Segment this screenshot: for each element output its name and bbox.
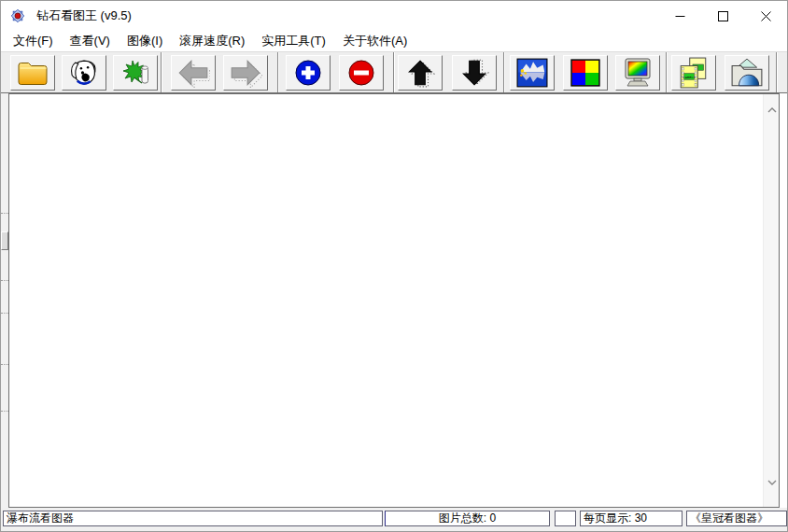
app-window: 钻石看图王 (v9.5) 文件(F) 查看(V) 图像(I) 滚屏速度 bbox=[0, 0, 788, 532]
toolbar-separator bbox=[776, 52, 778, 92]
photo-view-icon bbox=[516, 58, 548, 88]
toolbar-button-zoom-in[interactable] bbox=[286, 55, 331, 91]
monitor-colors-icon bbox=[622, 58, 654, 88]
image-viewer-area bbox=[8, 93, 780, 508]
labels-icon-text: LABELS bbox=[682, 76, 696, 79]
toolbar-button-page-up[interactable] bbox=[398, 55, 443, 91]
status-brand: 《皇冠看图器》 bbox=[686, 511, 787, 526]
diamond-star-icon bbox=[10, 8, 25, 23]
window-title: 钻石看图王 (v9.5) bbox=[36, 1, 132, 31]
menu-view[interactable]: 查看(V) bbox=[62, 31, 119, 51]
toolbar-button-zoom-out[interactable] bbox=[339, 55, 384, 91]
slider-tick bbox=[1, 364, 8, 365]
back-arrow-icon bbox=[176, 58, 210, 88]
slider-tick bbox=[1, 411, 8, 412]
slider-tick bbox=[1, 313, 8, 314]
vertical-scrollbar[interactable] bbox=[763, 94, 779, 507]
toolbar-button-labels[interactable]: LABELS bbox=[671, 55, 716, 91]
status-total-images: 图片总数: 0 bbox=[385, 511, 550, 526]
scrollbar-down-button[interactable] bbox=[764, 474, 780, 490]
import-folder-icon bbox=[730, 58, 764, 88]
zoom-out-icon bbox=[346, 58, 376, 88]
menu-bar: 文件(F) 查看(V) 图像(I) 滚屏速度(R) 实用工具(T) 关于软件(A… bbox=[1, 31, 787, 51]
title-bar: 钻石看图王 (v9.5) bbox=[1, 1, 787, 31]
maximize-button[interactable] bbox=[701, 1, 744, 31]
scroll-speed-slider[interactable] bbox=[1, 93, 8, 508]
status-per-page: 每页显示: 30 bbox=[580, 511, 682, 526]
toolbar-button-photo-view[interactable] bbox=[510, 55, 555, 91]
forward-arrow-icon bbox=[229, 58, 262, 88]
slider-tick bbox=[1, 280, 8, 281]
scrollbar-up-button[interactable] bbox=[764, 102, 780, 118]
minimize-button[interactable] bbox=[658, 1, 701, 31]
chevron-up-icon bbox=[767, 107, 777, 113]
labels-film-icon: LABELS bbox=[679, 57, 709, 89]
slider-thumb[interactable] bbox=[1, 231, 8, 250]
toolbar-button-page-down[interactable] bbox=[452, 55, 497, 91]
toolbar-button-import-folder[interactable] bbox=[725, 55, 769, 91]
toolbar-separator bbox=[393, 52, 395, 92]
toolbar-separator bbox=[503, 52, 505, 92]
menu-tools[interactable]: 实用工具(T) bbox=[253, 31, 334, 51]
page-up-icon bbox=[404, 58, 436, 88]
status-viewer-name: 瀑布流看图器 bbox=[3, 511, 383, 526]
toolbar-button-monitor-colors[interactable] bbox=[615, 55, 660, 91]
status-spacer bbox=[555, 511, 576, 526]
page-down-icon bbox=[458, 58, 490, 88]
minimize-icon bbox=[675, 11, 685, 21]
chevron-down-icon bbox=[767, 480, 777, 485]
toolbar-button-leaf-scroll[interactable] bbox=[113, 55, 158, 91]
menu-image[interactable]: 图像(I) bbox=[119, 31, 171, 51]
slider-tick bbox=[1, 213, 8, 214]
toolbar-button-open-folder[interactable] bbox=[10, 55, 55, 91]
menu-file[interactable]: 文件(F) bbox=[5, 31, 62, 51]
toolbar-separator bbox=[161, 52, 162, 92]
app-icon bbox=[10, 8, 25, 23]
close-button[interactable] bbox=[744, 1, 787, 31]
leaf-scroll-icon bbox=[120, 58, 151, 88]
status-bar: 瀑布流看图器 图片总数: 0 每页显示: 30 《皇冠看图器》 bbox=[1, 508, 788, 532]
window-controls bbox=[658, 1, 787, 31]
dog-mascot-icon bbox=[68, 58, 100, 89]
open-folder-icon bbox=[16, 59, 49, 87]
toolbar-button-dog-viewer[interactable] bbox=[62, 55, 106, 91]
toolbar-button-color-tiles[interactable] bbox=[563, 55, 608, 91]
maximize-icon bbox=[718, 11, 728, 21]
toolbar-button-back[interactable] bbox=[171, 55, 216, 91]
toolbar: LABELS bbox=[1, 51, 787, 93]
close-icon bbox=[761, 11, 771, 21]
menu-scroll-speed[interactable]: 滚屏速度(R) bbox=[171, 31, 253, 51]
toolbar-separator bbox=[666, 52, 668, 92]
zoom-in-icon bbox=[293, 58, 323, 88]
toolbar-separator bbox=[277, 52, 279, 92]
toolbar-button-forward[interactable] bbox=[223, 55, 268, 91]
color-tiles-icon bbox=[570, 59, 600, 87]
menu-about[interactable]: 关于软件(A) bbox=[334, 31, 415, 51]
